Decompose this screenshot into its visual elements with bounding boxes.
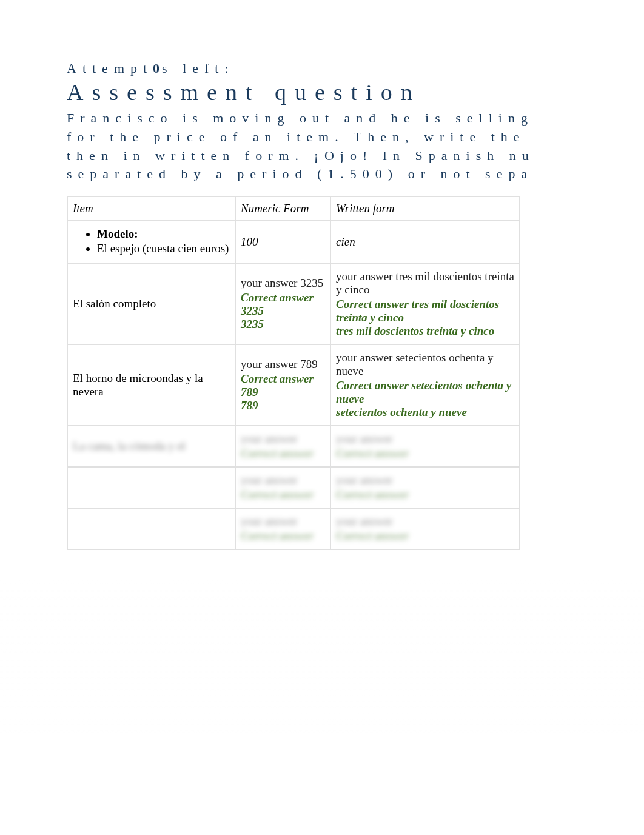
numeric-cell: your answer Correct answer xyxy=(236,468,330,508)
instructions-text: Francisco is moving out and he is sellin… xyxy=(67,109,608,184)
numeric-cell: your answer 3235 Correct answer 3235 323… xyxy=(236,264,330,344)
numeric-cell: your answer Correct answer xyxy=(236,509,330,549)
correct-answer-label: Correct answer tres mil doscientos trein… xyxy=(336,298,514,324)
your-answer-label: your answer xyxy=(241,474,325,487)
model-written: cien xyxy=(336,235,355,248)
your-answer-label: your answer xyxy=(336,474,514,487)
your-answer-label: your answer xyxy=(336,515,514,528)
header-numeric: Numeric Form xyxy=(236,197,330,220)
written-cell: your answer tres mil doscientos treinta … xyxy=(331,264,519,344)
table-row: El horno de microondas y la nevera your … xyxy=(68,345,519,425)
table-header-row: Item Numeric Form Written form xyxy=(68,197,519,220)
correct-answer-numeric: 3235 xyxy=(241,318,325,331)
your-answer-numeric: 3235 xyxy=(300,277,323,289)
model-label: Modelo: xyxy=(97,227,138,240)
table-row: La cama, la cómoda y el your answer Corr… xyxy=(68,426,519,466)
item-cell xyxy=(68,509,235,549)
attempts-suffix: s left: xyxy=(162,61,235,76)
correct-answer-label: Correct answer xyxy=(241,529,325,543)
item-cell: La cama, la cómoda y el xyxy=(68,426,235,466)
item-cell: El horno de microondas y la nevera xyxy=(68,345,235,425)
your-answer-label: your answer xyxy=(336,351,392,364)
model-row: Modelo: El espejo (cuesta cien euros) 10… xyxy=(68,221,519,263)
item-cell xyxy=(68,468,235,508)
table-row: your answer Correct answer your answer C… xyxy=(68,509,519,549)
your-answer-label: your answer xyxy=(336,270,392,283)
attempts-left-label: Attempt0s left: xyxy=(67,61,608,76)
correct-answer-label: Correct answer setecientos ochenta y nue… xyxy=(336,379,514,406)
header-item: Item xyxy=(68,197,235,220)
correct-answer-label: Correct answer 3235 xyxy=(241,291,325,318)
item-cell: El salón completo xyxy=(68,264,235,344)
written-cell: your answer setecientos ochenta y nueve … xyxy=(331,345,519,425)
model-numeric: 100 xyxy=(241,235,258,248)
header-written: Written form xyxy=(331,197,519,220)
written-cell: your answer Correct answer xyxy=(331,426,519,466)
numeric-cell: your answer 789 Correct answer 789 789 xyxy=(236,345,330,425)
model-list: Modelo: El espejo (cuesta cien euros) xyxy=(73,227,230,255)
your-answer-numeric: 789 xyxy=(300,358,318,371)
correct-answer-written: setecientos ochenta y nueve xyxy=(336,406,514,419)
instruction-line: then in written form. ¡Ojo! In Spanish n… xyxy=(67,147,608,166)
your-answer-label: your answer xyxy=(241,277,297,289)
correct-answer-label: Correct answer 789 xyxy=(241,372,325,399)
page-title: Assessment question xyxy=(67,79,608,106)
correct-answer-label: Correct answer xyxy=(336,488,514,501)
correct-answer-label: Correct answer xyxy=(241,447,325,460)
instruction-line: separated by a period (1.500) or not sep… xyxy=(67,165,608,184)
correct-answer-label: Correct answer xyxy=(241,488,325,501)
your-answer-label: your answer xyxy=(241,432,325,446)
table-row: El salón completo your answer 3235 Corre… xyxy=(68,264,519,344)
written-cell: your answer Correct answer xyxy=(331,468,519,508)
written-cell: your answer Correct answer xyxy=(331,509,519,549)
your-answer-label: your answer xyxy=(336,432,514,446)
correct-answer-numeric: 789 xyxy=(241,399,325,412)
instruction-line: Francisco is moving out and he is sellin… xyxy=(67,109,608,128)
numeric-cell: your answer Correct answer xyxy=(236,426,330,466)
correct-answer-written: tres mil doscientos treinta y cinco xyxy=(336,324,514,338)
attempts-prefix: Attempt xyxy=(67,61,153,76)
model-example: El espejo (cuesta cien euros) xyxy=(97,242,229,255)
table-row: your answer Correct answer your answer C… xyxy=(68,468,519,508)
correct-answer-label: Correct answer xyxy=(336,447,514,460)
attempts-count: 0 xyxy=(153,61,162,76)
correct-answer-label: Correct answer xyxy=(336,529,514,543)
your-answer-label: your answer xyxy=(241,358,297,371)
your-answer-label: your answer xyxy=(241,515,325,528)
blurred-item: La cama, la cómoda y el xyxy=(73,440,230,453)
instruction-line: for the price of an item. Then, write th… xyxy=(67,128,608,147)
assessment-table: Item Numeric Form Written form Modelo: E… xyxy=(67,196,520,550)
